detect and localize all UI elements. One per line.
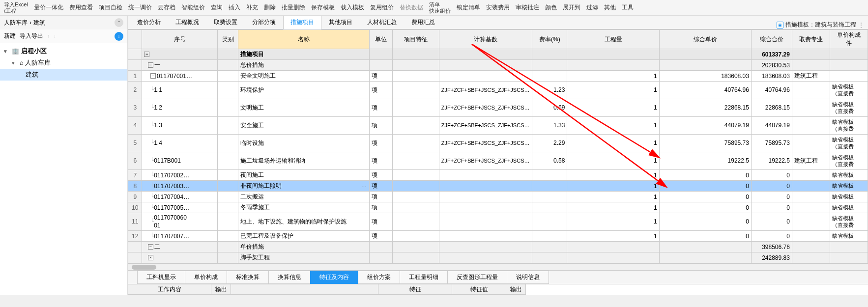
qty-cell[interactable]: 1 — [567, 152, 659, 170]
toolbar-item[interactable]: 清单快速组价 — [429, 1, 451, 13]
base-cell[interactable] — [439, 170, 532, 181]
toolbar-item[interactable]: 云存档 — [158, 4, 175, 11]
toolbar-item[interactable]: 保存模板 — [311, 4, 335, 11]
total-cell[interactable]: 0 — [751, 213, 792, 231]
bottom-tab-8[interactable]: 说明信息 — [507, 271, 549, 284]
price-cell[interactable]: 0 — [659, 181, 751, 192]
total-cell[interactable]: 0 — [751, 170, 792, 181]
feature-cell[interactable] — [392, 99, 439, 117]
rate-cell[interactable] — [532, 49, 567, 60]
column-header[interactable]: 综合合价 — [751, 30, 792, 49]
name-cell[interactable]: 非夜间施工照明… — [238, 181, 369, 192]
feature-cell[interactable] — [392, 170, 439, 181]
tpl-cell[interactable]: 缺省模板 — [830, 231, 868, 242]
bottom-tab-0[interactable]: 工料机显示 — [137, 271, 185, 284]
table-row[interactable]: 9 └ 011707004…二次搬运项100缺省模板 — [128, 192, 868, 202]
seq-cell[interactable]: └ 1.4 — [142, 135, 218, 152]
collapse-icon[interactable]: − — [148, 62, 153, 68]
category-cell[interactable] — [218, 181, 238, 192]
tree-item[interactable]: ▾⌂人防车库 — [0, 57, 127, 69]
tpl-cell[interactable]: 缺省模板 — [830, 192, 868, 202]
total-cell[interactable]: 0 — [751, 192, 792, 202]
category-cell[interactable] — [218, 231, 238, 242]
arrow-down-icon[interactable]: ↓ — [54, 33, 56, 39]
rate-cell[interactable] — [532, 202, 567, 213]
base-cell[interactable] — [439, 252, 532, 263]
category-cell[interactable] — [218, 152, 238, 170]
unit-cell[interactable]: 项 — [369, 135, 392, 152]
column-header[interactable]: 计算基数 — [439, 30, 532, 49]
seq-cell[interactable]: └ 1.2 — [142, 99, 218, 117]
price-cell[interactable]: 22868.15 — [659, 99, 751, 117]
price-cell[interactable]: 19222.5 — [659, 152, 751, 170]
table-container[interactable]: 序号类别名称单位项目特征计算基数费率(%)工程量综合单价综合合价取费专业单价构成… — [128, 29, 868, 263]
name-cell[interactable]: 夜间施工 — [238, 170, 369, 181]
column-header[interactable]: 单位 — [369, 30, 392, 49]
base-cell[interactable] — [439, 60, 532, 71]
bottom-header-cell[interactable]: 输出 — [506, 284, 526, 295]
qty-cell[interactable]: 1 — [567, 231, 659, 242]
feature-cell[interactable] — [392, 231, 439, 242]
total-cell[interactable]: 183608.03 — [751, 71, 792, 82]
column-header[interactable]: 类别 — [218, 30, 238, 49]
toolbar-item[interactable]: 量价一体化 — [34, 4, 63, 11]
qty-cell[interactable]: 1 — [567, 213, 659, 231]
category-cell[interactable] — [218, 202, 238, 213]
tab-1[interactable]: 工程概况 — [168, 15, 206, 29]
tpl-cell[interactable] — [830, 252, 868, 263]
feature-cell[interactable] — [392, 117, 439, 135]
tab-6[interactable]: 人材机汇总 — [360, 15, 404, 29]
category-cell[interactable] — [218, 242, 238, 252]
feature-cell[interactable] — [392, 135, 439, 152]
seq-cell[interactable]: └ 1.1 — [142, 82, 218, 99]
prof-cell[interactable] — [792, 202, 830, 213]
total-cell[interactable]: 40764.96 — [751, 82, 792, 99]
toolbar-item[interactable]: 展开到 — [563, 4, 580, 11]
seq-cell[interactable]: └ 011707002… — [142, 170, 218, 181]
arrow-up-icon[interactable]: ↑ — [47, 33, 50, 39]
name-cell[interactable]: 安全施工 — [238, 117, 369, 135]
qty-cell[interactable]: 1 — [567, 192, 659, 202]
table-row[interactable]: - 脚手架工程242889.83 — [128, 252, 868, 263]
name-cell[interactable]: 已完工程及设备保护 — [238, 231, 369, 242]
rate-cell[interactable] — [532, 242, 567, 252]
column-header[interactable]: 项目特征 — [392, 30, 439, 49]
prof-cell[interactable] — [792, 192, 830, 202]
total-cell[interactable]: 242889.83 — [751, 252, 792, 263]
total-cell[interactable]: 22868.15 — [751, 99, 792, 117]
toolbar-item[interactable]: 颜色 — [545, 4, 557, 11]
import-export-button[interactable]: 导入导出 — [20, 32, 43, 40]
base-cell[interactable]: ZJF+ZCF+SBF+JSCS_ZJF+JSCS_ZCF+JSCS_SBF — [439, 99, 532, 117]
table-row[interactable]: 1 - 011707001…安全文明施工项1183608.03183608.03… — [128, 71, 868, 82]
name-cell[interactable]: 单价措施 — [238, 242, 369, 252]
tpl-cell[interactable]: 缺省模板（直接费 — [830, 135, 868, 152]
toolbar-item[interactable]: 载入模板 — [341, 4, 364, 11]
sync-button[interactable]: ↓ — [115, 32, 123, 41]
bottom-tab-5[interactable]: 组价方案 — [358, 271, 400, 284]
table-row[interactable]: − 二单价措施398506.76 — [128, 242, 868, 252]
rate-cell[interactable]: 0.69 — [532, 99, 567, 117]
tpl-cell[interactable]: 缺省模板（直接费 — [830, 152, 868, 170]
tpl-cell[interactable]: 缺省模板（直接费 — [830, 213, 868, 231]
category-cell[interactable] — [218, 117, 238, 135]
rate-cell[interactable]: 1.23 — [532, 82, 567, 99]
tab-5[interactable]: 其他项目 — [321, 15, 360, 29]
seq-cell[interactable]: └ 011707007… — [142, 231, 218, 242]
column-header[interactable]: 综合单价 — [659, 30, 751, 49]
category-cell[interactable] — [218, 135, 238, 152]
tree-item[interactable]: 建筑 — [0, 69, 127, 81]
seq-cell[interactable]: − — [142, 49, 218, 60]
qty-cell[interactable]: 1 — [567, 170, 659, 181]
seq-cell[interactable]: └ 011707005… — [142, 202, 218, 213]
toolbar-item[interactable]: 审核批注 — [516, 4, 539, 11]
bottom-header-cell[interactable]: 工作内容 — [128, 284, 211, 295]
toolbar-item[interactable]: 替换数据 — [400, 4, 423, 11]
feature-cell[interactable] — [392, 213, 439, 231]
qty-cell[interactable]: 1 — [567, 82, 659, 99]
price-cell[interactable]: 0 — [659, 231, 751, 242]
column-header[interactable] — [128, 30, 142, 49]
prof-cell[interactable] — [792, 60, 830, 71]
base-cell[interactable] — [439, 181, 532, 192]
toolbar-item[interactable]: 删除 — [264, 4, 276, 11]
toolbar-item[interactable]: 导入Excel/工程 — [4, 1, 28, 13]
